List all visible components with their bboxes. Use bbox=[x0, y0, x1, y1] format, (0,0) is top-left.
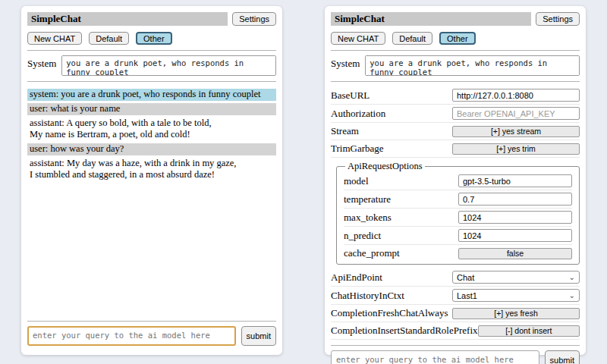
system-prompt-label: System bbox=[331, 55, 360, 70]
setting-row-model: model bbox=[344, 172, 572, 190]
n-predict-label: n_predict bbox=[344, 230, 381, 242]
session-toolbar: New CHAT Default Other bbox=[331, 32, 580, 45]
trimgarbage-toggle-button[interactable]: [+] yes trim bbox=[452, 143, 580, 155]
completionfreshchatalways-label: CompletionFreshChatAlways bbox=[331, 307, 448, 319]
api-request-options-fieldset: ApiRequestOptions model temperature max_… bbox=[336, 161, 580, 265]
max-tokens-label: max_tokens bbox=[344, 212, 392, 224]
chathistoryinctxt-label: ChatHistoryInCtxt bbox=[331, 290, 404, 302]
spacer bbox=[27, 184, 276, 315]
setting-row-completioninsertstandardroleprefix: CompletionInsertStandardRolePrefix [-] d… bbox=[331, 322, 580, 340]
setting-row-chathistoryinctxt: ChatHistoryInCtxt Last1 ⌄ bbox=[331, 287, 580, 305]
stream-label: Stream bbox=[331, 125, 359, 137]
baseurl-input[interactable] bbox=[452, 89, 580, 102]
settings-button[interactable]: Settings bbox=[536, 12, 580, 26]
chat-message-user: user: how was your day? bbox=[27, 143, 276, 155]
query-input[interactable] bbox=[331, 350, 539, 364]
new-chat-button[interactable]: New CHAT bbox=[331, 32, 385, 45]
chat-log: system: you are a drunk poet, who respon… bbox=[27, 89, 276, 184]
session-tab-default[interactable]: Default bbox=[392, 32, 432, 45]
authorization-label: Authorization bbox=[331, 108, 385, 120]
divider bbox=[27, 50, 276, 51]
setting-row-max-tokens: max_tokens bbox=[344, 209, 572, 227]
settings-panel: SimpleChat Settings New CHAT Default Oth… bbox=[325, 6, 586, 355]
divider bbox=[331, 81, 580, 82]
setting-row-baseurl: BaseURL bbox=[331, 86, 580, 105]
divider bbox=[331, 345, 580, 346]
session-tab-other[interactable]: Other bbox=[136, 32, 172, 45]
chevron-down-icon: ⌄ bbox=[569, 292, 575, 300]
cache-prompt-label: cache_prompt bbox=[344, 247, 400, 259]
settings-list: BaseURL Authorization Stream [+] yes str… bbox=[331, 86, 580, 340]
setting-row-completionfreshchatalways: CompletionFreshChatAlways [+] yes fresh bbox=[331, 305, 580, 322]
chat-message-system: system: you are a drunk poet, who respon… bbox=[27, 89, 276, 101]
new-chat-button[interactable]: New CHAT bbox=[27, 32, 82, 45]
setting-row-stream: Stream [+] yes stream bbox=[331, 123, 580, 140]
setting-row-temperature: temperature bbox=[344, 190, 572, 209]
setting-row-cache-prompt: cache_prompt false bbox=[344, 245, 572, 262]
chat-history-selected-value: Last1 bbox=[457, 291, 477, 300]
submit-button[interactable]: submit bbox=[545, 350, 580, 364]
chat-message-assistant: assistant: A query so bold, with a tale … bbox=[27, 118, 276, 141]
model-label: model bbox=[344, 175, 369, 187]
api-endpoint-selected-value: Chat bbox=[457, 273, 474, 282]
query-input[interactable] bbox=[27, 326, 236, 346]
api-request-options-legend: ApiRequestOptions bbox=[345, 161, 425, 172]
titlebar: SimpleChat Settings bbox=[27, 12, 276, 26]
divider bbox=[27, 321, 276, 322]
system-prompt-label: System bbox=[27, 55, 56, 70]
settings-button[interactable]: Settings bbox=[232, 12, 276, 26]
stream-toggle-button[interactable]: [+] yes stream bbox=[452, 126, 580, 137]
app-title: SimpleChat bbox=[331, 12, 531, 26]
baseurl-label: BaseURL bbox=[331, 89, 370, 102]
trimgarbage-label: TrimGarbage bbox=[331, 143, 384, 155]
chat-history-in-ctxt-select[interactable]: Last1 ⌄ bbox=[452, 289, 580, 302]
api-endpoint-select[interactable]: Chat ⌄ bbox=[452, 271, 580, 284]
setting-row-trimgarbage: TrimGarbage [+] yes trim bbox=[331, 140, 580, 158]
temperature-label: temperature bbox=[344, 193, 391, 206]
completioninsertstandardroleprefix-label: CompletionInsertStandardRolePrefix bbox=[331, 325, 478, 337]
setting-row-apiendpoint: ApiEndPoint Chat ⌄ bbox=[331, 268, 580, 287]
divider bbox=[27, 81, 276, 82]
model-input[interactable] bbox=[458, 174, 572, 187]
divider bbox=[331, 50, 580, 51]
chat-message-assistant: assistant: My day was a haze, with a dri… bbox=[27, 158, 276, 181]
setting-row-authorization: Authorization bbox=[331, 105, 580, 123]
session-tab-default[interactable]: Default bbox=[89, 32, 129, 45]
session-tab-other[interactable]: Other bbox=[439, 32, 476, 45]
chat-panel: SimpleChat Settings New CHAT Default Oth… bbox=[21, 6, 282, 355]
app-title: SimpleChat bbox=[27, 12, 228, 26]
completion-insert-role-prefix-toggle-button[interactable]: [-] dont insert bbox=[478, 325, 580, 337]
chevron-down-icon: ⌄ bbox=[569, 274, 575, 281]
system-prompt-input[interactable]: you are a drunk poet, who responds in fu… bbox=[61, 55, 276, 76]
chat-message-user: user: what is your name bbox=[27, 103, 276, 115]
session-toolbar: New CHAT Default Other bbox=[27, 32, 276, 45]
apiendpoint-label: ApiEndPoint bbox=[331, 271, 382, 284]
cache-prompt-toggle-button[interactable]: false bbox=[458, 248, 572, 259]
system-prompt-input[interactable]: you are a drunk poet, who responds in fu… bbox=[365, 55, 580, 76]
system-prompt-row: System you are a drunk poet, who respond… bbox=[27, 55, 276, 76]
query-row: submit bbox=[331, 350, 580, 364]
titlebar: SimpleChat Settings bbox=[331, 12, 580, 26]
completion-fresh-chat-toggle-button[interactable]: [+] yes fresh bbox=[452, 308, 580, 319]
max-tokens-input[interactable] bbox=[458, 211, 572, 224]
temperature-input[interactable] bbox=[458, 193, 572, 206]
n-predict-input[interactable] bbox=[458, 229, 572, 242]
query-row: submit bbox=[27, 326, 276, 346]
system-prompt-row: System you are a drunk poet, who respond… bbox=[331, 55, 580, 76]
authorization-input[interactable] bbox=[452, 107, 580, 120]
submit-button[interactable]: submit bbox=[241, 326, 276, 346]
setting-row-n-predict: n_predict bbox=[344, 227, 572, 245]
